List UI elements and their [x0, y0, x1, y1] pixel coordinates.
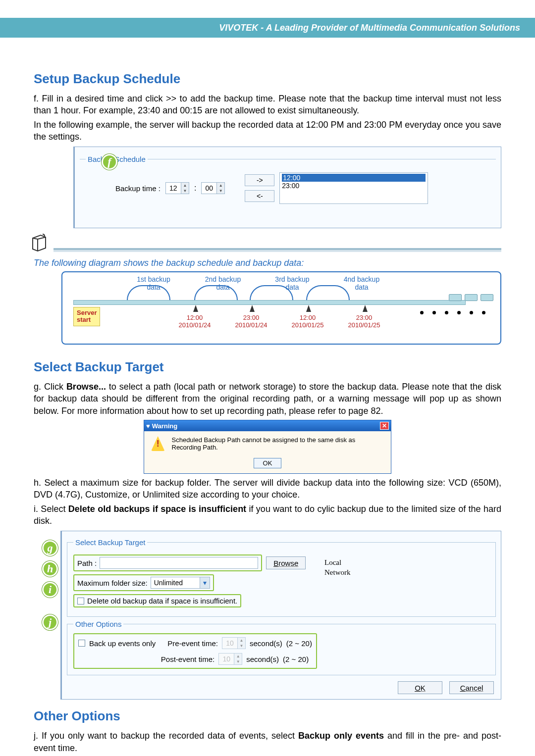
para-i: i. Select Delete old backups if space is…: [34, 503, 501, 527]
other-options-legend: Other Options: [73, 620, 123, 628]
chevron-down-icon[interactable]: ▾: [200, 577, 210, 588]
browse-menu: Local Network: [324, 558, 351, 577]
list-item[interactable]: 12:00: [282, 174, 426, 182]
arrow-up-icon: [363, 305, 368, 312]
para-f2: In the following example, the server wil…: [34, 119, 501, 143]
seconds-label: second(s): [250, 639, 282, 648]
backup-hour-spinner[interactable]: ▲ ▼: [165, 182, 189, 194]
note-divider: [29, 232, 501, 252]
backup-hour-input[interactable]: [166, 183, 181, 194]
step-g-badge: g: [42, 540, 58, 556]
pre-event-spinner[interactable]: ▲▼: [222, 637, 246, 649]
minute-up-icon[interactable]: ▲: [217, 183, 224, 188]
warning-dialog: ♥ Warning ✕ ! Scheduled Backup Path cann…: [144, 420, 391, 474]
close-icon[interactable]: ✕: [380, 422, 389, 430]
arrow-up-icon: [306, 305, 311, 312]
remove-time-button[interactable]: <-: [245, 190, 274, 202]
select-backup-target-panel: g h i j Select Backup Target Path : Brow…: [60, 531, 501, 700]
step-h-badge: h: [42, 561, 58, 577]
section-other-options-title: Other Options: [34, 708, 501, 724]
range-label: (2 ~ 20): [286, 639, 312, 648]
seconds-label: second(s): [246, 655, 279, 663]
section-setup-backup-schedule-title: Setup Backup Schedule: [34, 71, 501, 87]
warning-title: Warning: [152, 422, 178, 430]
post-event-input: [219, 654, 234, 664]
diagram-legend-squares: [449, 294, 493, 301]
header-banner: VIVOTEK - A Leading Provider of Multimed…: [0, 18, 535, 38]
server-start-label: Serverstart: [73, 307, 100, 326]
cancel-button[interactable]: Cancel: [449, 681, 494, 694]
diagram-caption: The following diagram shows the backup s…: [34, 258, 501, 268]
add-time-button[interactable]: ->: [245, 174, 274, 186]
header-title: VIVOTEK - A Leading Provider of Multimed…: [219, 23, 520, 33]
arrow-up-icon: [250, 305, 255, 312]
ok-button[interactable]: OK: [398, 681, 442, 694]
backup-events-checkbox[interactable]: [78, 640, 85, 647]
para-g: g. Click Browse... to select a path (loc…: [34, 381, 501, 417]
warning-ok-button[interactable]: OK: [254, 458, 282, 468]
post-event-label: Post-event time:: [161, 655, 214, 663]
step-i-badge: i: [42, 582, 58, 598]
maxsize-select[interactable]: Unlimited ▾: [151, 577, 210, 589]
delete-old-checkbox[interactable]: [77, 598, 84, 605]
pre-event-input: [222, 638, 237, 649]
select-target-legend: Select Backup Target: [73, 538, 147, 547]
path-label: Path :: [77, 559, 97, 567]
maxsize-label: Maximum folder size:: [77, 579, 148, 587]
range-label: (2 ~ 20): [283, 655, 309, 663]
hour-up-icon[interactable]: ▲: [181, 183, 189, 188]
diagram-label: 4nd backup data: [340, 275, 383, 291]
heart-icon: ♥: [146, 422, 150, 430]
post-event-spinner[interactable]: ▲▼: [218, 653, 242, 665]
step-j-badge: j: [42, 614, 58, 630]
arrow-up-icon: [193, 305, 198, 312]
backup-time-label: Backup time :: [115, 184, 160, 193]
warning-message: Scheduled Backup Path cannot be assigned…: [172, 436, 384, 451]
browse-button[interactable]: Browse: [266, 556, 306, 569]
backup-events-label: Back up events only: [89, 639, 156, 648]
notebook-icon: [29, 232, 49, 252]
backup-schedule-panel: Backup Schedule f Backup time : ▲ ▼ :: [73, 147, 501, 228]
list-item[interactable]: 23:00: [282, 182, 426, 190]
path-input[interactable]: [100, 557, 258, 569]
para-j: j. If you only want to backup the record…: [34, 730, 501, 754]
warning-triangle-icon: !: [151, 436, 165, 451]
backup-time-list[interactable]: 12:00 23:00: [279, 172, 428, 204]
backup-minute-spinner[interactable]: ▲ ▼: [201, 182, 225, 194]
backup-minute-input[interactable]: [202, 183, 216, 194]
backup-timeline-diagram: 1st backup data 2nd backup data 3rd back…: [61, 271, 501, 345]
delete-old-label: Delete old backup data if space is insuf…: [87, 597, 237, 605]
section-select-backup-target-title: Select Backup Target: [34, 359, 501, 375]
hour-down-icon[interactable]: ▼: [181, 188, 189, 194]
diagram-dots: [420, 311, 485, 314]
minute-down-icon[interactable]: ▼: [217, 188, 224, 194]
para-h: h. Select a maximum size for backup fold…: [34, 477, 501, 501]
browse-local[interactable]: Local: [324, 558, 351, 568]
browse-network[interactable]: Network: [324, 568, 351, 578]
pre-event-label: Pre-event time:: [167, 639, 218, 648]
step-f-badge: f: [102, 154, 117, 170]
para-f: f. Fill in a desired time and click >> t…: [34, 93, 501, 117]
